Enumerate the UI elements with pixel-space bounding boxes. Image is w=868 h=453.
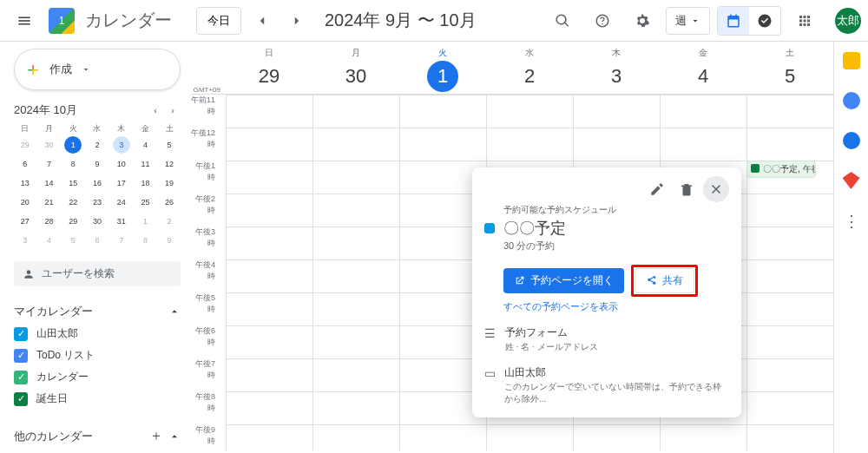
view-all-pages-link[interactable]: すべての予約ページを表示	[503, 300, 729, 313]
maps-app-icon[interactable]	[843, 172, 860, 189]
mini-day[interactable]: 20	[16, 194, 34, 211]
search-button[interactable]	[546, 4, 579, 37]
mini-day[interactable]: 19	[161, 174, 178, 192]
calendar-item[interactable]: ✓カレンダー	[14, 366, 181, 388]
calendar-checkbox[interactable]: ✓	[14, 371, 28, 384]
apps-grid-icon	[797, 13, 812, 29]
mini-day[interactable]: 4	[41, 232, 58, 249]
create-button[interactable]: ＋ 作成	[14, 49, 181, 90]
settings-button[interactable]	[626, 4, 659, 37]
mini-day[interactable]: 4	[136, 136, 154, 154]
mini-day[interactable]: 7	[113, 232, 130, 249]
mini-dow: 土	[158, 123, 181, 135]
mini-day[interactable]: 31	[113, 213, 130, 230]
mini-day[interactable]: 14	[41, 174, 58, 192]
account-avatar[interactable]: 太郎	[835, 8, 861, 34]
mini-day[interactable]: 6	[16, 155, 34, 173]
chevron-up-icon	[168, 305, 181, 318]
mini-day[interactable]: 13	[16, 174, 34, 192]
calendar-checkbox[interactable]: ✓	[14, 327, 28, 341]
day-header[interactable]: 金4	[660, 42, 746, 94]
calendar-item[interactable]: ✓日本の祝日	[14, 449, 181, 453]
other-calendars-header[interactable]: 他のカレンダー ＋	[14, 423, 181, 449]
mini-day[interactable]: 1	[64, 136, 82, 154]
day-header[interactable]: 水2	[486, 42, 573, 94]
mini-day[interactable]: 24	[113, 194, 130, 211]
delete-button[interactable]	[674, 176, 700, 202]
mini-day[interactable]: 28	[41, 213, 58, 230]
mini-day[interactable]: 1	[136, 213, 154, 230]
day-header[interactable]: 土5	[746, 42, 833, 94]
mini-day[interactable]: 9	[89, 155, 106, 173]
calendar-item[interactable]: ✓誕生日	[14, 388, 181, 410]
close-button[interactable]	[703, 176, 729, 202]
person-icon	[23, 268, 35, 280]
apps-button[interactable]	[788, 4, 821, 37]
event-chip[interactable]: 〇〇予定, 午後12:	[746, 161, 816, 178]
time-label: 午後1時	[191, 161, 220, 194]
calendar-item[interactable]: ✓山田太郎	[14, 323, 181, 345]
mini-day[interactable]: 2	[161, 213, 178, 230]
mini-day[interactable]: 6	[89, 232, 106, 249]
mini-day[interactable]: 10	[113, 155, 130, 173]
chevron-down-icon	[690, 16, 700, 26]
day-header[interactable]: 木3	[573, 42, 660, 94]
mini-day[interactable]: 17	[113, 174, 130, 192]
mini-day[interactable]: 5	[64, 232, 82, 249]
mini-day[interactable]: 22	[64, 194, 82, 211]
more-addons-button[interactable]: ⋮	[844, 212, 859, 231]
main-menu-button[interactable]	[7, 3, 42, 38]
day-header[interactable]: 月30	[312, 42, 399, 94]
next-week-button[interactable]	[283, 7, 311, 35]
help-button[interactable]	[586, 4, 619, 37]
calendar-checkbox[interactable]: ✓	[14, 349, 28, 363]
prev-week-button[interactable]	[248, 7, 276, 35]
tasks-view-button[interactable]	[749, 7, 780, 35]
mini-day[interactable]: 16	[89, 174, 106, 192]
mini-day[interactable]: 11	[136, 155, 154, 173]
view-select[interactable]: 週	[666, 7, 710, 35]
people-search[interactable]: ユーザーを検索	[14, 261, 181, 286]
mini-day[interactable]: 30	[41, 136, 58, 154]
today-button[interactable]: 今日	[196, 7, 241, 35]
mini-day[interactable]: 25	[136, 194, 154, 211]
mini-day[interactable]: 29	[64, 213, 82, 230]
mini-day[interactable]: 27	[16, 213, 34, 230]
mini-day[interactable]: 29	[16, 136, 34, 154]
calendar-label: 山田太郎	[36, 326, 78, 341]
calendar-view-button[interactable]	[718, 7, 749, 35]
mini-day[interactable]: 8	[64, 155, 82, 173]
open-booking-page-button[interactable]: 予約ページを開く	[503, 268, 624, 293]
day-header[interactable]: 火1	[399, 42, 486, 94]
date-range-title: 2024年 9月 〜 10月	[325, 9, 477, 32]
mini-day[interactable]: 12	[161, 155, 178, 173]
mini-day[interactable]: 2	[89, 136, 106, 154]
day-headers: GMT+09日29月30火1水2木3金4土5	[191, 42, 833, 95]
mini-day[interactable]: 15	[64, 174, 82, 192]
calendar-checkbox[interactable]: ✓	[14, 392, 28, 406]
mini-day[interactable]: 21	[41, 194, 58, 211]
mini-prev-button[interactable]: ‹	[148, 102, 163, 118]
my-calendars-header[interactable]: マイカレンダー	[14, 300, 181, 323]
mini-day[interactable]: 30	[89, 213, 106, 230]
mini-day[interactable]: 26	[161, 194, 178, 211]
mini-day[interactable]: 8	[136, 232, 154, 249]
mini-day[interactable]: 3	[16, 232, 34, 249]
day-header[interactable]: 日29	[226, 42, 312, 94]
edit-button[interactable]	[644, 176, 670, 202]
mini-day[interactable]: 23	[89, 194, 106, 211]
add-calendar-button[interactable]: ＋	[149, 427, 163, 445]
popover-title: 〇〇予定	[503, 218, 566, 239]
share-button[interactable]: 共有	[635, 268, 694, 293]
calendar-item[interactable]: ✓ToDo リスト	[14, 345, 181, 366]
mini-day[interactable]: 9	[161, 232, 178, 249]
tasks-app-icon[interactable]	[843, 92, 860, 109]
contacts-app-icon[interactable]	[843, 132, 860, 149]
mini-next-button[interactable]: ›	[165, 102, 181, 118]
mini-calendar: 日月火水木金土293012345678910111213141516171819…	[14, 123, 181, 249]
mini-day[interactable]: 18	[136, 174, 154, 192]
keep-app-icon[interactable]	[843, 52, 860, 69]
mini-day[interactable]: 5	[161, 136, 178, 154]
mini-day[interactable]: 3	[113, 136, 130, 154]
mini-day[interactable]: 7	[41, 155, 58, 173]
